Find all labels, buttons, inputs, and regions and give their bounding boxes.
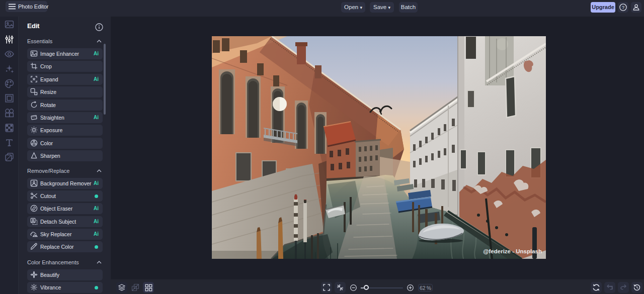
svg-text:?: ? <box>622 5 624 10</box>
svg-text:@federize - Unsplash: @federize - Unsplash <box>483 248 542 254</box>
